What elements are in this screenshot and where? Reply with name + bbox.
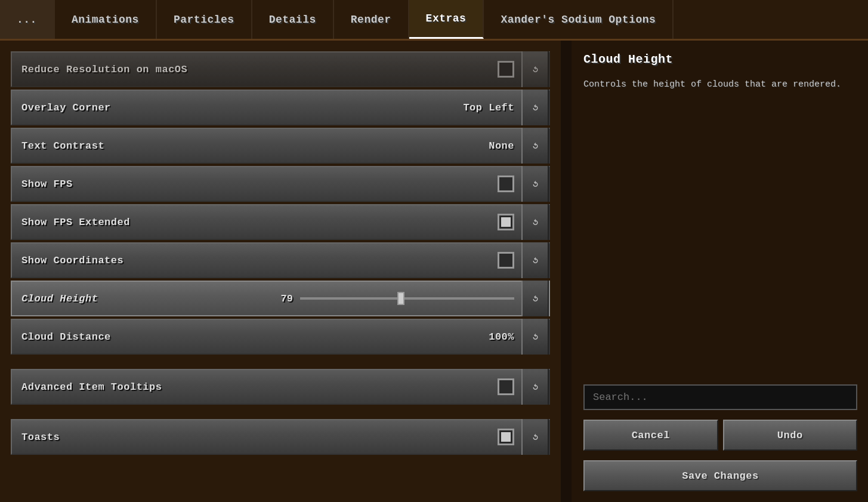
tab-animations[interactable]: Animations xyxy=(55,0,157,39)
info-spacer xyxy=(583,99,857,378)
slider-container-cloud-height: 79 xyxy=(269,293,521,304)
info-title: Cloud Height xyxy=(583,53,857,66)
option-label-toasts: Toasts xyxy=(12,432,498,443)
option-label-overlay-corner: Overlay Corner xyxy=(12,102,463,113)
search-input[interactable] xyxy=(583,384,857,410)
info-description: Controls the height of clouds that are r… xyxy=(583,78,857,92)
bottom-buttons: Cancel Undo xyxy=(583,420,857,451)
panel-divider xyxy=(561,41,572,502)
option-label-cloud-height: Cloud Height xyxy=(12,293,269,304)
tab-extras[interactable]: Extras xyxy=(409,0,484,39)
save-row: Save Changes xyxy=(583,460,857,491)
reset-button-overlay-corner[interactable]: ↺ xyxy=(521,90,549,125)
option-row-reduce-resolution[interactable]: Reduce Resolution on macOS↺ xyxy=(11,51,550,87)
checkbox-toasts[interactable] xyxy=(498,429,514,445)
cancel-button[interactable]: Cancel xyxy=(583,420,718,451)
tab-details[interactable]: Details xyxy=(252,0,334,39)
tab-render[interactable]: Render xyxy=(334,0,409,39)
reset-button-show-fps[interactable]: ↺ xyxy=(521,166,549,202)
main-layout: Reduce Resolution on macOS↺Overlay Corne… xyxy=(0,41,868,502)
checkbox-show-fps[interactable] xyxy=(498,175,514,192)
tab-more[interactable]: ... xyxy=(0,0,55,39)
option-label-text-contrast: Text Contrast xyxy=(12,140,489,152)
reset-button-cloud-distance[interactable]: ↺ xyxy=(521,319,549,355)
reset-button-cloud-height[interactable]: ↺ xyxy=(521,281,549,316)
reset-button-text-contrast[interactable]: ↺ xyxy=(521,128,549,164)
option-row-advanced-item-tooltips[interactable]: Advanced Item Tooltips↺ xyxy=(11,369,550,405)
option-row-show-fps[interactable]: Show FPS↺ xyxy=(11,166,550,202)
reset-button-reduce-resolution[interactable]: ↺ xyxy=(521,51,549,87)
tab-xander[interactable]: Xander's Sodium Options xyxy=(484,0,674,39)
checkbox-show-coordinates[interactable] xyxy=(498,252,514,269)
tab-bar: ...AnimationsParticlesDetailsRenderExtra… xyxy=(0,0,868,41)
option-label-advanced-item-tooltips: Advanced Item Tooltips xyxy=(12,381,498,393)
checkbox-reduce-resolution[interactable] xyxy=(498,61,514,78)
reset-button-show-fps-extended[interactable]: ↺ xyxy=(521,204,549,240)
checkbox-show-fps-extended[interactable] xyxy=(498,214,514,230)
option-row-overlay-corner[interactable]: Overlay CornerTop Left↺ xyxy=(11,90,550,125)
option-label-show-fps: Show FPS xyxy=(12,178,498,190)
option-value-overlay-corner: Top Left xyxy=(463,102,521,113)
option-row-text-contrast[interactable]: Text ContrastNone↺ xyxy=(11,128,550,164)
option-row-toasts[interactable]: Toasts↺ xyxy=(11,419,550,455)
reset-button-show-coordinates[interactable]: ↺ xyxy=(521,242,549,278)
option-value-text-contrast: None xyxy=(489,140,521,152)
undo-button[interactable]: Undo xyxy=(723,420,858,451)
spacer-spacer1 xyxy=(11,357,561,367)
option-row-show-coordinates[interactable]: Show Coordinates↺ xyxy=(11,242,550,278)
right-panel: Cloud Height Controls the height of clou… xyxy=(572,41,868,502)
slider-thumb-cloud-height[interactable] xyxy=(397,292,404,305)
spacer-spacer2 xyxy=(11,407,561,417)
reset-button-toasts[interactable]: ↺ xyxy=(521,419,549,455)
option-row-show-fps-extended[interactable]: Show FPS Extended↺ xyxy=(11,204,550,240)
option-row-cloud-distance[interactable]: Cloud Distance100%↺ xyxy=(11,319,550,355)
option-row-cloud-height[interactable]: Cloud Height79↺ xyxy=(11,281,550,316)
tab-particles[interactable]: Particles xyxy=(157,0,252,39)
option-label-cloud-distance: Cloud Distance xyxy=(12,331,489,343)
reset-button-advanced-item-tooltips[interactable]: ↺ xyxy=(521,369,549,405)
option-value-cloud-distance: 100% xyxy=(489,331,521,343)
option-label-reduce-resolution: Reduce Resolution on macOS xyxy=(12,64,498,75)
slider-value-cloud-height: 79 xyxy=(269,293,293,304)
option-label-show-fps-extended: Show FPS Extended xyxy=(12,217,498,228)
option-label-show-coordinates: Show Coordinates xyxy=(12,255,498,266)
checkbox-advanced-item-tooltips[interactable] xyxy=(498,378,514,395)
save-changes-button[interactable]: Save Changes xyxy=(583,460,857,491)
left-panel: Reduce Resolution on macOS↺Overlay Corne… xyxy=(0,41,561,502)
slider-track-cloud-height[interactable] xyxy=(300,297,514,300)
